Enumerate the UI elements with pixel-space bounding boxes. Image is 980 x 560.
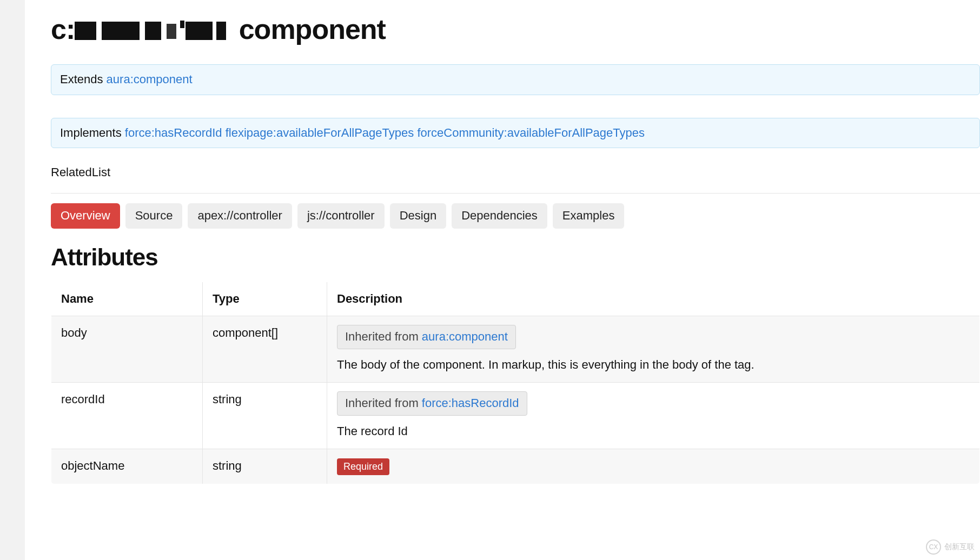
page-title: c: component — [51, 0, 980, 49]
table-header-row: Name Type Description — [51, 282, 980, 316]
svg-rect-3 — [167, 24, 176, 39]
title-prefix: c: — [51, 14, 75, 45]
tab-apex-controller[interactable]: apex://controller — [188, 203, 292, 229]
attr-desc-cell: Inherited from aura:component The body o… — [327, 316, 980, 383]
column-description: Description — [327, 282, 980, 316]
attr-name: recordId — [51, 382, 203, 449]
tab-examples[interactable]: Examples — [553, 203, 625, 229]
required-badge: Required — [337, 458, 389, 475]
svg-rect-6 — [216, 22, 226, 40]
attr-type: string — [203, 449, 327, 484]
attr-desc: The body of the component. In markup, th… — [337, 357, 970, 374]
attr-name: objectName — [51, 449, 203, 484]
inherited-link[interactable]: force:hasRecordId — [422, 396, 519, 410]
column-name: Name — [51, 282, 203, 316]
inherited-badge: Inherited from force:hasRecordId — [337, 391, 527, 416]
extends-label: Extends — [60, 72, 107, 86]
attributes-heading: Attributes — [51, 241, 980, 274]
implements-label: Implements — [60, 126, 125, 139]
inherited-badge: Inherited from aura:component — [337, 325, 516, 349]
divider — [51, 193, 980, 194]
svg-rect-0 — [75, 22, 96, 40]
tab-overview[interactable]: Overview — [51, 203, 120, 229]
redacted-name — [75, 18, 231, 42]
inherited-link[interactable]: aura:component — [422, 330, 508, 343]
tab-js-controller[interactable]: js://controller — [297, 203, 385, 229]
tab-source[interactable]: Source — [125, 203, 183, 229]
extends-callout: Extends aura:component — [51, 64, 980, 95]
implements-link-0[interactable]: force:hasRecordId — [125, 126, 222, 139]
attributes-table: Name Type Description body component[] I… — [51, 282, 980, 484]
component-description: RelatedList — [51, 164, 980, 181]
title-suffix: component — [231, 14, 386, 45]
attr-name: body — [51, 316, 203, 383]
table-row: objectName string Required — [51, 449, 980, 484]
svg-rect-4 — [180, 21, 184, 28]
implements-callout: Implements force:hasRecordId flexipage:a… — [51, 118, 980, 149]
tab-dependencies[interactable]: Dependencies — [452, 203, 547, 229]
svg-rect-1 — [102, 22, 140, 40]
attr-desc-cell: Required — [327, 449, 980, 484]
svg-rect-5 — [186, 22, 213, 40]
tab-design[interactable]: Design — [390, 203, 446, 229]
attr-desc: The record Id — [337, 423, 970, 440]
table-row: body component[] Inherited from aura:com… — [51, 316, 980, 383]
implements-link-2[interactable]: forceCommunity:availableForAllPageTypes — [417, 126, 645, 139]
attr-desc-cell: Inherited from force:hasRecordId The rec… — [327, 382, 980, 449]
table-row: recordId string Inherited from force:has… — [51, 382, 980, 449]
implements-link-1[interactable]: flexipage:availableForAllPageTypes — [226, 126, 414, 139]
svg-rect-2 — [145, 22, 161, 40]
attr-type: component[] — [203, 316, 327, 383]
tab-bar: Overview Source apex://controller js://c… — [51, 203, 980, 229]
attr-type: string — [203, 382, 327, 449]
extends-link[interactable]: aura:component — [107, 72, 193, 86]
column-type: Type — [203, 282, 327, 316]
